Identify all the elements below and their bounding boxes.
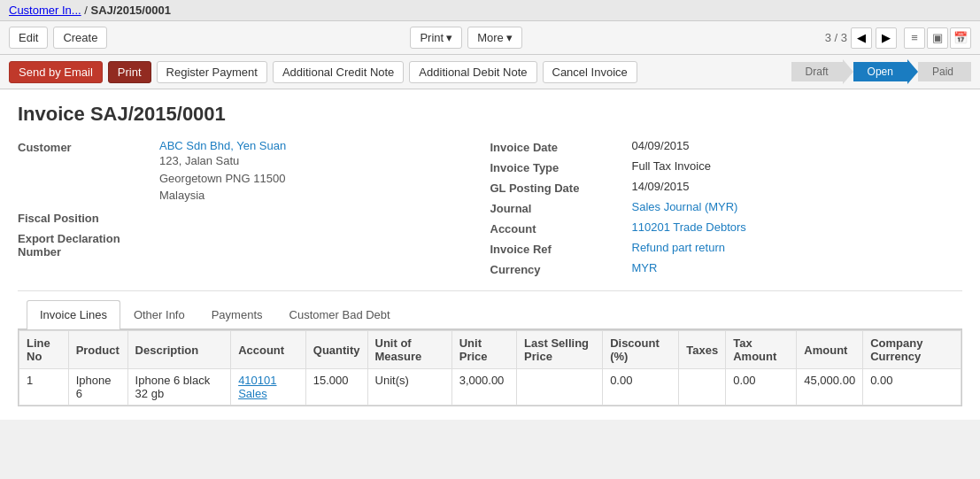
cell-account: 410101 Sales	[231, 369, 306, 406]
cell-last-selling-price	[517, 369, 603, 406]
export-declaration-row: Export Declaration Number	[18, 230, 482, 259]
export-declaration-label: Export Declaration Number	[18, 230, 159, 259]
col-last-selling-price: Last Selling Price	[517, 331, 603, 369]
cell-description: Iphone 6 black 32 gb	[127, 369, 231, 406]
address-line2: Georgetown PNG 11500	[159, 170, 286, 188]
print-label: Print	[420, 31, 444, 44]
fiscal-position-label: Fiscal Position	[18, 210, 159, 225]
journal-value[interactable]: Sales Journal (MYR)	[632, 200, 738, 213]
breadcrumb-current: SAJ/2015/0001	[91, 4, 171, 17]
list-view-icon[interactable]: ≡	[904, 27, 925, 49]
col-tax-amount: Tax Amount	[726, 331, 797, 369]
cell-discount: 0.00	[603, 369, 679, 406]
cancel-invoice-button[interactable]: Cancel Invoice	[543, 61, 637, 83]
gl-posting-date-label: GL Posting Date	[490, 180, 632, 195]
cell-product: Iphone 6	[68, 369, 127, 406]
tabs: Invoice Lines Other Info Payments Custom…	[18, 300, 962, 329]
breadcrumb-separator: /	[84, 4, 88, 17]
invoice-type-row: Invoice Type Full Tax Invoice	[490, 159, 954, 174]
print-invoice-button[interactable]: Print	[108, 61, 151, 83]
calendar-view-icon[interactable]: 📅	[950, 27, 971, 49]
col-discount: Discount (%)	[603, 331, 679, 369]
status-draft: Draft	[791, 62, 843, 81]
main-content: Invoice SAJ/2015/0001 Customer ABC Sdn B…	[0, 89, 980, 420]
breadcrumb-parent[interactable]: Customer In...	[9, 4, 81, 17]
form-left: Customer ABC Sdn Bhd, Yen Suan 123, Jala…	[18, 139, 490, 282]
invoice-ref-label: Invoice Ref	[490, 241, 632, 256]
table-row[interactable]: 1 Iphone 6 Iphone 6 black 32 gb 410101 S…	[19, 369, 961, 406]
table-header-row: Line No Product Description Account Quan…	[19, 331, 961, 369]
invoice-date-value: 04/09/2015	[632, 139, 690, 152]
col-product: Product	[68, 331, 127, 369]
prev-button[interactable]: ◀	[851, 27, 872, 49]
col-amount: Amount	[797, 331, 863, 369]
col-unit-of-measure: Unit of Measure	[367, 331, 451, 369]
cell-unit-of-measure: Unit(s)	[367, 369, 451, 406]
col-line-no: Line No	[19, 331, 69, 369]
status-steps: Draft Open Paid	[791, 59, 971, 84]
col-unit-price: Unit Price	[451, 331, 516, 369]
invoice-title: Invoice SAJ/2015/0001	[18, 103, 962, 126]
customer-name[interactable]: ABC Sdn Bhd, Yen Suan	[159, 139, 286, 152]
invoice-lines-table: Line No Product Description Account Quan…	[19, 330, 961, 406]
create-button[interactable]: Create	[53, 27, 107, 49]
cell-amount: 45,000.00	[797, 369, 863, 406]
invoice-type-value: Full Tax Invoice	[632, 159, 711, 173]
account-label: Account	[490, 220, 632, 236]
send-by-email-button[interactable]: Send by Email	[9, 61, 103, 83]
status-arrow-open	[907, 59, 918, 84]
cell-tax-amount: 0.00	[726, 369, 797, 406]
register-payment-button[interactable]: Register Payment	[157, 61, 267, 83]
more-dropdown-arrow: ▾	[506, 31, 513, 44]
additional-debit-note-button[interactable]: Additional Debit Note	[409, 61, 536, 83]
customer-row: Customer ABC Sdn Bhd, Yen Suan 123, Jala…	[18, 139, 482, 205]
tab-payments[interactable]: Payments	[198, 300, 276, 328]
status-open: Open	[853, 62, 907, 81]
status-paid: Paid	[918, 62, 971, 81]
cell-quantity: 15.000	[305, 369, 367, 406]
invoice-ref-value[interactable]: Refund part return	[632, 241, 726, 254]
more-button[interactable]: More ▾	[467, 27, 522, 49]
currency-row: Currency MYR	[490, 261, 954, 276]
address-line1: 123, Jalan Satu	[159, 152, 286, 170]
cell-company-currency: 0.00	[863, 369, 961, 406]
tab-invoice-lines[interactable]: Invoice Lines	[27, 300, 120, 329]
invoice-form: Customer ABC Sdn Bhd, Yen Suan 123, Jala…	[18, 139, 962, 282]
col-quantity: Quantity	[305, 331, 367, 369]
account-value[interactable]: 110201 Trade Debtors	[632, 220, 746, 234]
edit-button[interactable]: Edit	[9, 27, 48, 49]
customer-address: 123, Jalan Satu Georgetown PNG 11500 Mal…	[159, 152, 286, 205]
invoice-type-label: Invoice Type	[490, 159, 632, 174]
col-account: Account	[231, 331, 306, 369]
invoice-lines-table-container: Line No Product Description Account Quan…	[18, 329, 962, 406]
form-right: Invoice Date 04/09/2015 Invoice Type Ful…	[490, 139, 963, 282]
pagination-count: 3 / 3	[825, 31, 847, 44]
cell-line-no: 1	[19, 369, 69, 406]
additional-credit-note-button[interactable]: Additional Credit Note	[273, 61, 404, 83]
print-dropdown-arrow: ▾	[446, 31, 452, 44]
col-description: Description	[127, 331, 231, 369]
card-view-icon[interactable]: ▣	[927, 27, 948, 49]
col-taxes: Taxes	[679, 331, 726, 369]
tab-other-info[interactable]: Other Info	[120, 300, 198, 328]
cell-unit-price: 3,000.00	[451, 369, 516, 406]
currency-label: Currency	[490, 261, 632, 276]
print-button[interactable]: Print ▾	[410, 27, 462, 49]
customer-label: Customer	[18, 139, 159, 154]
tab-customer-bad-debt[interactable]: Customer Bad Debt	[276, 300, 404, 328]
more-label: More	[477, 31, 504, 44]
next-button[interactable]: ▶	[876, 27, 897, 49]
currency-value[interactable]: MYR	[632, 261, 658, 274]
account-row: Account 110201 Trade Debtors	[490, 220, 954, 236]
journal-row: Journal Sales Journal (MYR)	[490, 200, 954, 215]
status-arrow-draft	[843, 59, 853, 84]
breadcrumb-bar: Customer In... / SAJ/2015/0001	[0, 0, 980, 21]
gl-posting-date-value: 14/09/2015	[632, 180, 690, 193]
col-company-currency: Company Currency	[863, 331, 961, 369]
invoice-date-label: Invoice Date	[490, 139, 632, 154]
view-icons: ≡ ▣ 📅	[904, 27, 971, 49]
divider	[18, 290, 962, 291]
customer-value: ABC Sdn Bhd, Yen Suan 123, Jalan Satu Ge…	[159, 139, 286, 205]
invoice-date-row: Invoice Date 04/09/2015	[490, 139, 954, 154]
action-bar: Send by Email Print Register Payment Add…	[0, 55, 980, 89]
